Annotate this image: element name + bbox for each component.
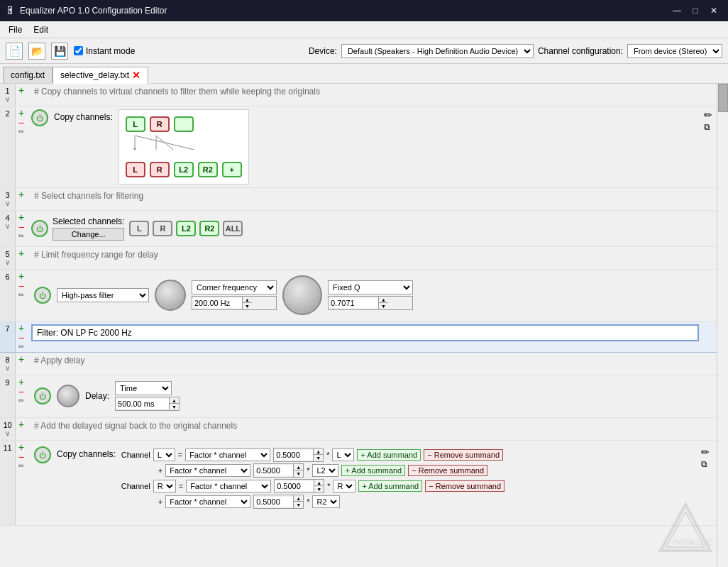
row-11-pencil[interactable]: ✏	[701, 446, 710, 458]
minimize-button[interactable]: —	[668, 4, 685, 18]
row-10-add[interactable]: +	[18, 419, 24, 429]
remove-summand-2[interactable]: − Remove summand	[408, 465, 487, 476]
save-button[interactable]: 💾	[51, 43, 68, 60]
row-9-power[interactable]: ⏻	[34, 387, 51, 404]
row-4-power[interactable]: ⏻	[31, 220, 48, 237]
summand-1-op[interactable]: Factor * channel	[185, 448, 270, 461]
delay-down[interactable]: ▼	[169, 404, 179, 410]
menu-file[interactable]: File	[3, 23, 28, 36]
row-2-copy[interactable]: ⧉	[704, 122, 712, 132]
instant-mode-checkbox[interactable]	[74, 46, 83, 55]
sel-ch-L2[interactable]: L2	[176, 221, 196, 236]
tab-selective-delay[interactable]: selective_delay.txt ✕	[53, 67, 148, 84]
freq-up[interactable]: ▲	[242, 297, 252, 303]
row-2-edit[interactable]: ✏	[18, 128, 24, 136]
tab-close-button[interactable]: ✕	[132, 70, 140, 80]
ch-from-R[interactable]: R	[150, 116, 170, 132]
summand-3-op[interactable]: Factor * channel	[186, 480, 271, 492]
sel-ch-ALL[interactable]: ALL	[223, 221, 243, 236]
summand-4-factor[interactable]	[254, 497, 293, 507]
instant-mode-label[interactable]: Instant mode	[74, 46, 135, 56]
summand-2-factor[interactable]	[254, 466, 293, 475]
row-7-text-input[interactable]: Filter: ON LP Fc 2000 Hz	[31, 324, 699, 341]
remove-summand-1[interactable]: − Remove summand	[424, 449, 503, 461]
delay-value-input[interactable]: 500.00 ms	[116, 399, 169, 409]
ch-to-R2[interactable]: R2	[198, 162, 218, 177]
row-7-edit[interactable]: ✏	[18, 343, 24, 351]
channel-config-select[interactable]: From device (Stereo)	[627, 44, 722, 58]
close-button[interactable]: ✕	[705, 4, 722, 18]
ch-to-L[interactable]: L	[126, 162, 145, 177]
delay-mode-select[interactable]: Time	[115, 381, 172, 395]
row-1-add[interactable]: +	[18, 85, 24, 95]
row-11-copy[interactable]: ⧉	[701, 459, 710, 469]
change-button[interactable]: Change...	[53, 228, 124, 241]
summand-3-factor[interactable]	[275, 481, 314, 491]
summand-1-factor[interactable]	[274, 450, 313, 460]
open-button[interactable]: 📂	[28, 43, 45, 60]
freq-down[interactable]: ▼	[242, 303, 252, 309]
q-down[interactable]: ▼	[378, 303, 388, 309]
delay-up[interactable]: ▲	[169, 397, 179, 404]
row-9-remove[interactable]: −	[18, 387, 24, 397]
row-5-expand[interactable]: ∨	[5, 258, 10, 266]
q-up[interactable]: ▲	[378, 297, 388, 303]
ch-to-R[interactable]: R	[150, 162, 170, 177]
q-input[interactable]: 0.7071	[329, 298, 378, 308]
sel-ch-L[interactable]: L	[129, 221, 149, 236]
row-8-expand[interactable]: ∨	[5, 364, 10, 372]
s2-down[interactable]: ▼	[293, 470, 303, 477]
maximize-button[interactable]: □	[687, 4, 704, 18]
summand-4-src[interactable]: R2	[312, 495, 340, 508]
ch-to-add[interactable]: +	[222, 162, 242, 177]
row-4-expand[interactable]: ∨	[5, 222, 10, 230]
row-3-add[interactable]: +	[18, 189, 24, 199]
s3-down[interactable]: ▼	[314, 486, 324, 492]
delay-knob[interactable]	[57, 385, 79, 407]
q-type-select[interactable]: Fixed Q	[328, 280, 413, 294]
row-2-power[interactable]: ⏻	[31, 109, 48, 126]
row-11-add[interactable]: +	[18, 442, 24, 452]
summand-1-src[interactable]: L	[332, 448, 354, 461]
row-4-remove[interactable]: −	[18, 222, 24, 232]
ch-from-empty[interactable]	[174, 116, 194, 132]
menu-edit[interactable]: Edit	[28, 23, 54, 36]
device-select[interactable]: Default (Speakers - High Definition Audi…	[341, 44, 534, 58]
freq-input[interactable]: 200.00 Hz	[192, 298, 242, 308]
s4-down[interactable]: ▼	[293, 502, 303, 508]
row-10-expand[interactable]: ∨	[5, 429, 10, 437]
corner-freq-select[interactable]: Corner frequency	[192, 280, 277, 294]
row-4-add[interactable]: +	[18, 212, 24, 222]
scrollbar-thumb[interactable]	[718, 84, 728, 112]
summand-2-src[interactable]: L2	[312, 464, 338, 477]
remove-summand-3[interactable]: − Remove summand	[425, 480, 504, 492]
main-scrollbar[interactable]	[717, 84, 728, 567]
s2-up[interactable]: ▲	[293, 464, 303, 470]
new-button[interactable]: 📄	[6, 43, 23, 60]
ch-to-L2[interactable]: L2	[174, 162, 194, 177]
summand-3-src[interactable]: R	[333, 480, 355, 492]
row-6-power[interactable]: ⏻	[34, 287, 51, 304]
row-6-add[interactable]: +	[18, 271, 24, 281]
filter-knob-1[interactable]	[155, 280, 186, 311]
row-11-remove[interactable]: −	[18, 452, 24, 462]
summand-1-channel[interactable]: L	[153, 448, 175, 461]
filter-knob-2[interactable]	[282, 275, 322, 315]
row-9-edit[interactable]: ✏	[18, 397, 24, 404]
s4-up[interactable]: ▲	[293, 495, 303, 502]
s1-up[interactable]: ▲	[313, 448, 323, 455]
row-5-add[interactable]: +	[18, 248, 24, 258]
add-summand-1[interactable]: + Add summand	[357, 449, 421, 461]
row-11-edit[interactable]: ✏	[18, 462, 24, 470]
row-2-remove[interactable]: −	[18, 118, 24, 128]
row-8-add[interactable]: +	[18, 354, 24, 364]
tab-config[interactable]: config.txt	[3, 67, 53, 83]
add-summand-2[interactable]: + Add summand	[341, 465, 405, 476]
row-4-edit[interactable]: ✏	[18, 232, 24, 240]
sel-ch-R2[interactable]: R2	[199, 221, 219, 236]
row-9-add[interactable]: +	[18, 377, 24, 387]
row-7-remove[interactable]: −	[18, 333, 24, 343]
add-summand-3[interactable]: + Add summand	[358, 480, 422, 492]
row-2-add[interactable]: +	[18, 108, 24, 118]
summand-4-op[interactable]: Factor * channel	[165, 495, 250, 508]
